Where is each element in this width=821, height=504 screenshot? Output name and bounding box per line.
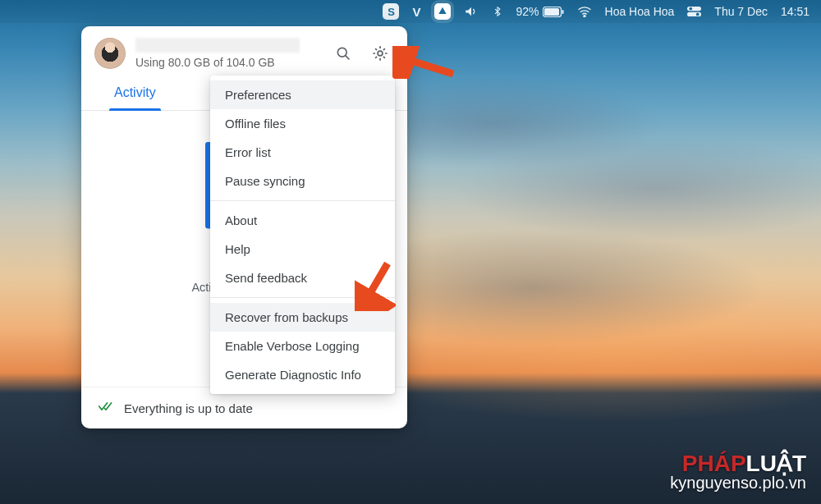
volume-icon[interactable]: [464, 4, 479, 19]
svg-point-7: [696, 13, 699, 16]
svg-rect-1: [544, 8, 559, 16]
settings-menu: Preferences Offline files Error list Pau…: [210, 76, 395, 394]
user-name-redacted: [135, 38, 300, 53]
menubar: S V 92% Hoa Hoa Hoa Thu 7 Dec 14:51: [0, 0, 821, 23]
user-block: Using 80.0 GB of 104.0 GB: [135, 38, 320, 69]
storage-usage-text: Using 80.0 GB of 104.0 GB: [135, 56, 320, 69]
menu-item-verbose-logging[interactable]: Enable Verbose Logging: [210, 332, 395, 360]
menu-item-preferences[interactable]: Preferences: [210, 80, 395, 109]
google-drive-indicator[interactable]: [434, 3, 451, 20]
app-v-indicator[interactable]: V: [412, 5, 420, 19]
battery-percent-text: 92%: [516, 5, 539, 18]
svg-point-3: [583, 16, 585, 17]
gear-icon: [371, 44, 389, 62]
menu-item-pause-syncing[interactable]: Pause syncing: [210, 167, 395, 195]
check-icon: [98, 401, 114, 415]
menu-separator: [210, 200, 395, 201]
menu-item-about[interactable]: About: [210, 206, 395, 235]
battery-status[interactable]: 92%: [516, 5, 564, 18]
menubar-time[interactable]: 14:51: [781, 5, 810, 18]
menu-item-error-list[interactable]: Error list: [210, 138, 395, 167]
menu-item-help[interactable]: Help: [210, 235, 395, 263]
tab-activity[interactable]: Activity: [111, 79, 159, 110]
wifi-icon[interactable]: [577, 6, 592, 17]
svg-rect-2: [562, 10, 563, 14]
control-center-icon[interactable]: [687, 6, 701, 17]
menu-item-offline-files[interactable]: Offline files: [210, 109, 395, 138]
bluetooth-icon[interactable]: [492, 4, 503, 19]
svg-point-10: [378, 51, 383, 56]
menubar-user[interactable]: Hoa Hoa Hoa: [605, 5, 675, 18]
watermark-site: kynguyenso.plo.vn: [670, 474, 806, 493]
svg-point-6: [690, 7, 693, 11]
watermark: PHÁPLUẬT kynguyenso.plo.vn: [670, 453, 806, 493]
menu-separator: [210, 297, 395, 298]
search-button[interactable]: [330, 40, 356, 66]
menu-item-send-feedback[interactable]: Send feedback: [210, 263, 395, 292]
watermark-logo: PHÁPLUẬT: [670, 453, 806, 474]
svg-point-8: [337, 48, 346, 57]
panel-header: Using 80.0 GB of 104.0 GB: [81, 26, 407, 76]
settings-button[interactable]: [366, 39, 394, 67]
skype-indicator[interactable]: S: [383, 3, 399, 20]
avatar[interactable]: [94, 38, 126, 69]
svg-line-9: [346, 56, 350, 60]
menu-item-diagnostic-info[interactable]: Generate Diagnostic Info: [210, 360, 395, 389]
menu-item-recover-from-backups[interactable]: Recover from backups: [210, 303, 395, 332]
menubar-date[interactable]: Thu 7 Dec: [714, 5, 768, 18]
footer-status-text: Everything is up to date: [124, 401, 253, 415]
